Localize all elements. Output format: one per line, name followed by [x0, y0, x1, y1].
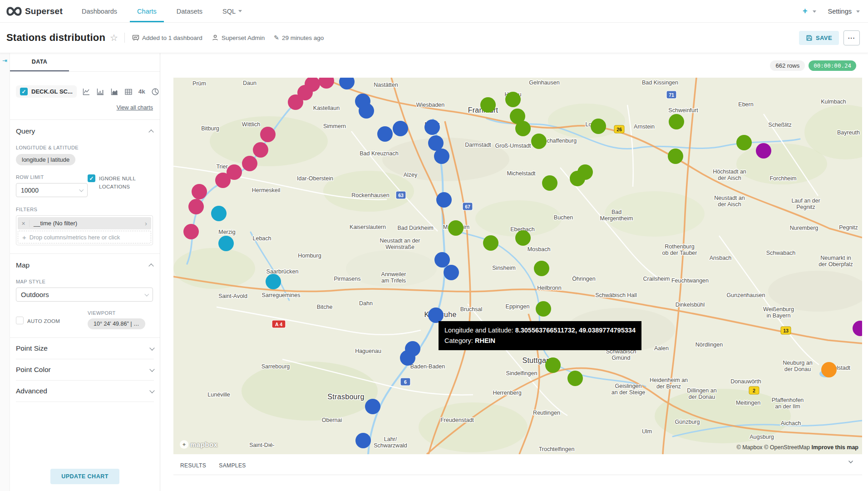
big-number-icon[interactable]: 4k [138, 88, 145, 95]
map-point[interactable] [339, 78, 355, 89]
bar-chart-icon[interactable] [96, 88, 104, 96]
map-point[interactable] [253, 142, 268, 158]
chart-owner[interactable]: Superset Admin [212, 34, 265, 41]
map-point[interactable] [434, 149, 449, 164]
map-point[interactable] [183, 224, 199, 239]
map-point[interactable] [542, 175, 557, 191]
settings-menu[interactable]: Settings [828, 8, 860, 15]
map-point[interactable] [483, 235, 498, 251]
tab-data[interactable]: DATA [10, 53, 69, 71]
map-point[interactable] [436, 192, 452, 208]
viewport-value-pill[interactable]: 10° 24' 49.86" | … [88, 318, 145, 329]
chart-meta: Added to 1 dashboard Superset Admin ✎ 29… [132, 34, 324, 41]
ignore-null-checkbox[interactable]: ✓ [88, 174, 95, 182]
auto-zoom-checkbox[interactable] [16, 317, 24, 324]
favorite-star-icon[interactable]: ☆ [110, 32, 118, 43]
map-point[interactable] [505, 92, 521, 107]
map-point[interactable] [428, 135, 444, 151]
update-chart-button[interactable]: UPDATE CHART [50, 469, 119, 484]
map-point[interactable] [668, 149, 683, 164]
map-city-label: Bad Dürkheim [397, 225, 433, 231]
save-button[interactable]: SAVE [799, 31, 839, 45]
nav-item-dashboards[interactable]: Dashboards [82, 0, 117, 22]
map-point[interactable] [821, 362, 837, 377]
map-point[interactable] [434, 252, 450, 268]
map-point[interactable] [536, 301, 551, 317]
map-point[interactable] [669, 114, 684, 129]
collapse-query-icon[interactable] [148, 129, 153, 134]
panel-body: ✓ DECK.GL SC... [10, 72, 160, 462]
remove-filter-icon[interactable]: × [18, 220, 30, 227]
map-point[interactable] [288, 94, 303, 110]
map-point[interactable] [266, 274, 281, 289]
map-point[interactable] [480, 97, 496, 113]
filter-pill[interactable]: × __time (No filter) › [18, 217, 151, 229]
view-all-charts-link[interactable]: View all charts [117, 104, 153, 111]
map-point[interactable] [242, 156, 257, 171]
attribution-links[interactable]: © Mapbox © OpenStreetMap [736, 444, 811, 451]
nav-item-datasets[interactable]: Datasets [177, 0, 202, 22]
nav-item-charts[interactable]: Charts [137, 0, 157, 22]
section-advanced[interactable]: Advanced [16, 381, 154, 402]
map-point[interactable] [377, 126, 393, 142]
map-point[interactable] [591, 119, 606, 134]
map-point[interactable] [736, 135, 752, 150]
map-point[interactable] [359, 103, 374, 119]
map-point[interactable] [531, 134, 547, 149]
line-chart-icon[interactable] [82, 88, 90, 96]
map-point[interactable] [355, 433, 371, 448]
lonlat-value-pill[interactable]: longitude | latitude [16, 154, 75, 165]
dashboards-count[interactable]: Added to 1 dashboard [132, 34, 202, 41]
map-point[interactable] [515, 230, 531, 246]
row-limit-select[interactable]: 10000 [16, 183, 88, 197]
collapse-map-icon[interactable] [148, 263, 153, 268]
nav-item-sql[interactable]: SQL [222, 0, 242, 22]
map-point[interactable] [365, 399, 380, 414]
filter-drop-zone[interactable]: + Drop columns/metrics here or click [18, 231, 151, 243]
map-point[interactable] [570, 171, 585, 186]
map-city-label: Lauf an derPegnitz [791, 198, 820, 210]
map-point[interactable] [567, 371, 583, 386]
chart-area: 662 rows 00:00:00.24 [160, 53, 868, 491]
map-point[interactable] [211, 206, 227, 221]
tab-samples[interactable]: SAMPLES [219, 462, 246, 469]
section-point-color[interactable]: Point Color [16, 359, 154, 381]
map-city-label: Strasbourg [327, 393, 364, 401]
map-point[interactable] [853, 321, 862, 336]
map-point[interactable] [319, 78, 334, 89]
pie-chart-icon[interactable] [151, 88, 159, 96]
map-point[interactable] [215, 173, 231, 188]
map-point[interactable] [756, 143, 771, 159]
road-shield: 13 [781, 327, 791, 334]
collapse-results-icon[interactable] [848, 459, 854, 465]
map-point[interactable] [192, 184, 207, 199]
map-point[interactable] [534, 261, 549, 276]
collapse-panel-icon[interactable]: ⇥ [2, 57, 7, 491]
map-point[interactable] [260, 127, 276, 142]
expand-filter-icon[interactable]: › [145, 219, 151, 227]
map-point[interactable] [218, 236, 234, 251]
improve-map-link[interactable]: Improve this map [812, 444, 859, 451]
map-point[interactable] [444, 265, 459, 280]
last-modified[interactable]: ✎ 29 minutes ago [274, 34, 324, 41]
viz-type-selector[interactable]: ✓ DECK.GL SC... [16, 85, 77, 98]
more-options-button[interactable]: ··· [843, 30, 860, 45]
map-point[interactable] [400, 350, 415, 366]
map-style-select[interactable]: Outdoors [16, 288, 153, 302]
tab-results[interactable]: RESULTS [180, 462, 206, 469]
map-point[interactable] [393, 121, 408, 136]
section-point-size[interactable]: Point Size [16, 338, 154, 359]
area-chart-icon[interactable] [110, 88, 118, 96]
new-item-button[interactable]: + [803, 6, 816, 16]
map-point[interactable] [545, 357, 561, 373]
map-point[interactable] [448, 220, 464, 236]
mapbox-logo[interactable]: ✦ mapbox [180, 440, 218, 449]
map-point[interactable] [515, 121, 531, 136]
map-canvas[interactable]: PrümDaunNastättenGelnhausenBad Kissingen… [173, 78, 862, 454]
map-view[interactable]: PrümDaunNastättenGelnhausenBad Kissingen… [173, 78, 862, 454]
table-icon[interactable] [124, 88, 133, 96]
superset-logo[interactable]: Superset [6, 6, 63, 16]
map-city-label: Sarreguemines [262, 292, 301, 298]
map-point[interactable] [188, 199, 204, 214]
map-point[interactable] [424, 119, 440, 135]
